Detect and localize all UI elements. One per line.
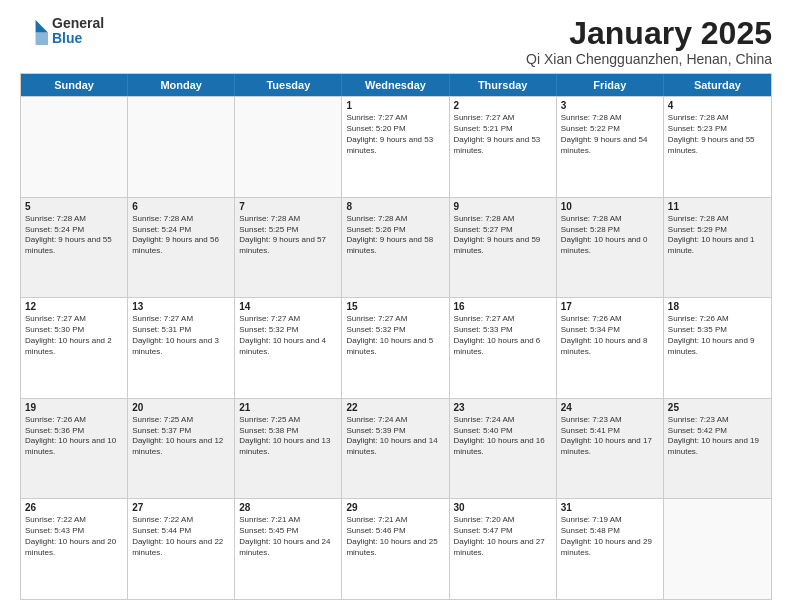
cal-week-2: 5Sunrise: 7:28 AM Sunset: 5:24 PM Daylig… (21, 197, 771, 298)
cal-week-1: 1Sunrise: 7:27 AM Sunset: 5:20 PM Daylig… (21, 96, 771, 197)
day-number: 11 (668, 201, 767, 212)
cal-cell-day-13: 13Sunrise: 7:27 AM Sunset: 5:31 PM Dayli… (128, 298, 235, 398)
cal-header-saturday: Saturday (664, 74, 771, 96)
day-number: 1 (346, 100, 444, 111)
cal-cell-day-26: 26Sunrise: 7:22 AM Sunset: 5:43 PM Dayli… (21, 499, 128, 599)
cal-cell-day-12: 12Sunrise: 7:27 AM Sunset: 5:30 PM Dayli… (21, 298, 128, 398)
day-number: 15 (346, 301, 444, 312)
cal-header-wednesday: Wednesday (342, 74, 449, 96)
day-number: 6 (132, 201, 230, 212)
logo-general-label: General (52, 16, 104, 31)
day-number: 23 (454, 402, 552, 413)
cal-cell-day-4: 4Sunrise: 7:28 AM Sunset: 5:23 PM Daylig… (664, 97, 771, 197)
cal-cell-empty (664, 499, 771, 599)
day-info: Sunrise: 7:27 AM Sunset: 5:30 PM Dayligh… (25, 314, 123, 357)
cal-cell-empty (21, 97, 128, 197)
day-number: 20 (132, 402, 230, 413)
day-number: 18 (668, 301, 767, 312)
cal-cell-day-27: 27Sunrise: 7:22 AM Sunset: 5:44 PM Dayli… (128, 499, 235, 599)
cal-header-monday: Monday (128, 74, 235, 96)
cal-cell-day-29: 29Sunrise: 7:21 AM Sunset: 5:46 PM Dayli… (342, 499, 449, 599)
day-number: 5 (25, 201, 123, 212)
day-info: Sunrise: 7:27 AM Sunset: 5:21 PM Dayligh… (454, 113, 552, 156)
day-info: Sunrise: 7:28 AM Sunset: 5:24 PM Dayligh… (25, 214, 123, 257)
cal-cell-day-14: 14Sunrise: 7:27 AM Sunset: 5:32 PM Dayli… (235, 298, 342, 398)
day-number: 31 (561, 502, 659, 513)
day-info: Sunrise: 7:26 AM Sunset: 5:35 PM Dayligh… (668, 314, 767, 357)
logo-blue-label: Blue (52, 31, 104, 46)
cal-week-4: 19Sunrise: 7:26 AM Sunset: 5:36 PM Dayli… (21, 398, 771, 499)
day-number: 8 (346, 201, 444, 212)
logo-icon (20, 17, 48, 45)
day-number: 27 (132, 502, 230, 513)
page: General Blue January 2025 Qi Xian Chengg… (0, 0, 792, 612)
day-info: Sunrise: 7:28 AM Sunset: 5:28 PM Dayligh… (561, 214, 659, 257)
day-info: Sunrise: 7:28 AM Sunset: 5:22 PM Dayligh… (561, 113, 659, 156)
cal-cell-day-1: 1Sunrise: 7:27 AM Sunset: 5:20 PM Daylig… (342, 97, 449, 197)
calendar-body: 1Sunrise: 7:27 AM Sunset: 5:20 PM Daylig… (21, 96, 771, 599)
cal-cell-day-25: 25Sunrise: 7:23 AM Sunset: 5:42 PM Dayli… (664, 399, 771, 499)
day-number: 26 (25, 502, 123, 513)
day-number: 17 (561, 301, 659, 312)
day-info: Sunrise: 7:25 AM Sunset: 5:37 PM Dayligh… (132, 415, 230, 458)
day-info: Sunrise: 7:19 AM Sunset: 5:48 PM Dayligh… (561, 515, 659, 558)
day-number: 16 (454, 301, 552, 312)
cal-cell-day-19: 19Sunrise: 7:26 AM Sunset: 5:36 PM Dayli… (21, 399, 128, 499)
cal-week-5: 26Sunrise: 7:22 AM Sunset: 5:43 PM Dayli… (21, 498, 771, 599)
day-number: 3 (561, 100, 659, 111)
day-number: 10 (561, 201, 659, 212)
day-info: Sunrise: 7:28 AM Sunset: 5:26 PM Dayligh… (346, 214, 444, 257)
cal-header-sunday: Sunday (21, 74, 128, 96)
cal-cell-day-24: 24Sunrise: 7:23 AM Sunset: 5:41 PM Dayli… (557, 399, 664, 499)
day-info: Sunrise: 7:21 AM Sunset: 5:46 PM Dayligh… (346, 515, 444, 558)
day-number: 28 (239, 502, 337, 513)
day-info: Sunrise: 7:20 AM Sunset: 5:47 PM Dayligh… (454, 515, 552, 558)
day-info: Sunrise: 7:28 AM Sunset: 5:27 PM Dayligh… (454, 214, 552, 257)
cal-cell-day-17: 17Sunrise: 7:26 AM Sunset: 5:34 PM Dayli… (557, 298, 664, 398)
day-info: Sunrise: 7:24 AM Sunset: 5:40 PM Dayligh… (454, 415, 552, 458)
day-number: 2 (454, 100, 552, 111)
day-info: Sunrise: 7:28 AM Sunset: 5:23 PM Dayligh… (668, 113, 767, 156)
cal-header-thursday: Thursday (450, 74, 557, 96)
cal-cell-empty (235, 97, 342, 197)
day-number: 14 (239, 301, 337, 312)
cal-cell-day-7: 7Sunrise: 7:28 AM Sunset: 5:25 PM Daylig… (235, 198, 342, 298)
cal-cell-day-9: 9Sunrise: 7:28 AM Sunset: 5:27 PM Daylig… (450, 198, 557, 298)
calendar-subtitle: Qi Xian Chengguanzhen, Henan, China (526, 51, 772, 67)
day-number: 29 (346, 502, 444, 513)
day-number: 19 (25, 402, 123, 413)
cal-cell-day-5: 5Sunrise: 7:28 AM Sunset: 5:24 PM Daylig… (21, 198, 128, 298)
cal-cell-day-15: 15Sunrise: 7:27 AM Sunset: 5:32 PM Dayli… (342, 298, 449, 398)
cal-cell-day-6: 6Sunrise: 7:28 AM Sunset: 5:24 PM Daylig… (128, 198, 235, 298)
cal-week-3: 12Sunrise: 7:27 AM Sunset: 5:30 PM Dayli… (21, 297, 771, 398)
cal-cell-day-22: 22Sunrise: 7:24 AM Sunset: 5:39 PM Dayli… (342, 399, 449, 499)
day-number: 13 (132, 301, 230, 312)
cal-cell-day-3: 3Sunrise: 7:28 AM Sunset: 5:22 PM Daylig… (557, 97, 664, 197)
day-number: 30 (454, 502, 552, 513)
calendar-title: January 2025 (526, 16, 772, 51)
day-number: 24 (561, 402, 659, 413)
day-info: Sunrise: 7:28 AM Sunset: 5:24 PM Dayligh… (132, 214, 230, 257)
cal-header-tuesday: Tuesday (235, 74, 342, 96)
svg-marker-1 (36, 33, 48, 45)
day-number: 12 (25, 301, 123, 312)
cal-header-friday: Friday (557, 74, 664, 96)
day-number: 21 (239, 402, 337, 413)
day-info: Sunrise: 7:28 AM Sunset: 5:29 PM Dayligh… (668, 214, 767, 257)
day-number: 22 (346, 402, 444, 413)
header: General Blue January 2025 Qi Xian Chengg… (20, 16, 772, 67)
title-block: January 2025 Qi Xian Chengguanzhen, Hena… (526, 16, 772, 67)
cal-cell-day-2: 2Sunrise: 7:27 AM Sunset: 5:21 PM Daylig… (450, 97, 557, 197)
calendar: SundayMondayTuesdayWednesdayThursdayFrid… (20, 73, 772, 600)
day-number: 25 (668, 402, 767, 413)
day-info: Sunrise: 7:28 AM Sunset: 5:25 PM Dayligh… (239, 214, 337, 257)
cal-cell-day-30: 30Sunrise: 7:20 AM Sunset: 5:47 PM Dayli… (450, 499, 557, 599)
cal-cell-day-28: 28Sunrise: 7:21 AM Sunset: 5:45 PM Dayli… (235, 499, 342, 599)
cal-cell-day-8: 8Sunrise: 7:28 AM Sunset: 5:26 PM Daylig… (342, 198, 449, 298)
day-info: Sunrise: 7:27 AM Sunset: 5:32 PM Dayligh… (346, 314, 444, 357)
day-info: Sunrise: 7:27 AM Sunset: 5:31 PM Dayligh… (132, 314, 230, 357)
cal-cell-day-10: 10Sunrise: 7:28 AM Sunset: 5:28 PM Dayli… (557, 198, 664, 298)
cal-cell-day-11: 11Sunrise: 7:28 AM Sunset: 5:29 PM Dayli… (664, 198, 771, 298)
cal-cell-day-31: 31Sunrise: 7:19 AM Sunset: 5:48 PM Dayli… (557, 499, 664, 599)
day-info: Sunrise: 7:25 AM Sunset: 5:38 PM Dayligh… (239, 415, 337, 458)
